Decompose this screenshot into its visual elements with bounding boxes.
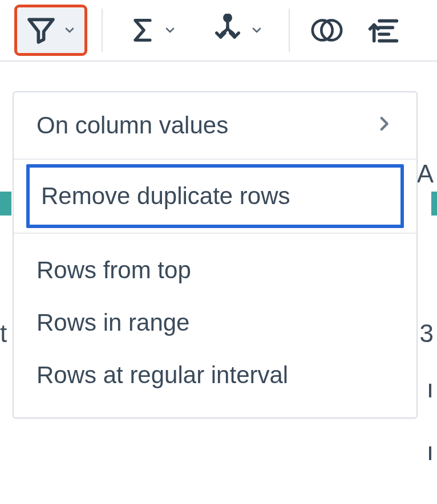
menu-item-label: Remove duplicate rows <box>41 182 389 210</box>
bg-bar-left <box>0 192 11 216</box>
chevron-down-icon <box>250 23 264 37</box>
menu-item-label: Rows in range <box>37 309 394 336</box>
menu-item-on-column-values[interactable]: On column values <box>14 92 416 160</box>
split-button[interactable] <box>202 6 273 55</box>
toolbar <box>0 0 437 62</box>
funnel-icon <box>25 14 57 46</box>
bg-value-c1: ו <box>427 374 434 403</box>
svg-point-0 <box>225 15 231 21</box>
sort-icon <box>367 14 399 46</box>
join-button[interactable] <box>306 7 348 54</box>
toolbar-separator <box>102 9 103 52</box>
chevron-down-icon <box>63 23 76 37</box>
menu-item-rows-from-top[interactable]: Rows from top <box>14 244 416 296</box>
menu-item-label: On column values <box>37 112 374 139</box>
aggregate-button[interactable] <box>119 7 186 53</box>
bg-value-t: t <box>0 319 7 348</box>
menu-item-rows-in-range[interactable]: Rows in range <box>14 296 416 349</box>
split-icon <box>211 14 244 47</box>
filter-button[interactable] <box>16 6 86 54</box>
venn-icon <box>309 15 345 46</box>
bg-bar-right <box>431 192 437 216</box>
chevron-down-icon <box>163 23 177 37</box>
bg-value-3: 3 <box>420 319 434 348</box>
bg-value-c2: ו <box>427 437 434 466</box>
toolbar-separator <box>289 9 290 52</box>
menu-item-highlight: Remove duplicate rows <box>26 164 404 228</box>
menu-item-remove-duplicate-rows[interactable]: Remove duplicate rows <box>30 168 400 225</box>
menu-item-rows-at-regular-interval[interactable]: Rows at regular interval <box>14 349 416 401</box>
chevron-right-icon <box>374 112 394 139</box>
menu-group-rows: Rows from top Rows in range Rows at regu… <box>14 234 416 417</box>
menu-item-label: Rows from top <box>37 257 394 284</box>
sort-button[interactable] <box>364 6 403 54</box>
filter-dropdown-menu: On column values Remove duplicate rows R… <box>13 91 418 418</box>
sigma-icon <box>128 15 157 45</box>
menu-item-label: Rows at regular interval <box>37 361 394 389</box>
bg-col-letter: A <box>417 160 434 188</box>
